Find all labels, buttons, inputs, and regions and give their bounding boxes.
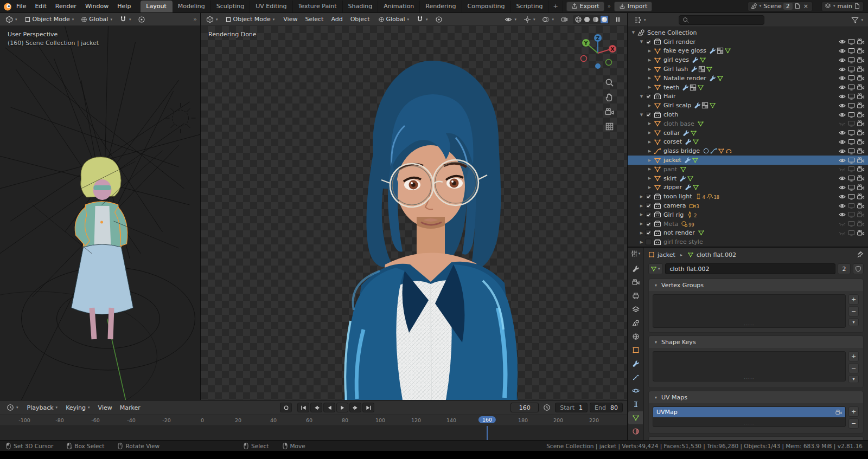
disable-in-renders-icon[interactable]: [857, 202, 865, 210]
properties-tab-world[interactable]: [628, 330, 643, 343]
outliner-row-teeth[interactable]: ▶teeth: [628, 83, 868, 92]
workspace-add-tab[interactable]: +: [548, 1, 563, 12]
outliner-row-pant[interactable]: ▶pant: [628, 165, 868, 174]
collection-checkbox[interactable]: [645, 93, 652, 100]
disable-in-viewports-icon[interactable]: [847, 220, 856, 228]
unlink-scene-icon[interactable]: ×: [802, 3, 809, 10]
list-uv-maps[interactable]: UVMap·····: [653, 406, 846, 427]
editor-type-button[interactable]: ▾: [4, 403, 21, 412]
hide-in-viewport-icon[interactable]: [838, 83, 846, 91]
current-frame-field[interactable]: 160: [510, 403, 539, 412]
auto-keying-record-button[interactable]: [280, 403, 292, 412]
hide-in-viewport-icon[interactable]: [838, 229, 846, 237]
hide-in-viewport-icon[interactable]: [838, 165, 846, 173]
hide-in-viewport-icon[interactable]: [838, 220, 846, 228]
disable-in-viewports-icon[interactable]: [847, 93, 856, 100]
frame-end-field[interactable]: End 80: [590, 403, 623, 412]
outliner-item-name[interactable]: Hair: [663, 93, 676, 100]
hide-in-viewport-icon[interactable]: [838, 111, 846, 119]
breadcrumb-data-name[interactable]: cloth flat.002: [697, 251, 736, 258]
ruler-tick[interactable]: 220: [589, 417, 599, 423]
remove-shape-keys-button[interactable]: −: [848, 363, 859, 373]
overlays-dropdown[interactable]: ▾: [540, 15, 557, 24]
outliner-item-name[interactable]: cloth base: [663, 120, 694, 127]
collection-checkbox[interactable]: [645, 111, 652, 118]
scene-users-count[interactable]: 2: [783, 3, 793, 10]
collection-checkbox[interactable]: [645, 221, 652, 228]
jump-to-start-button[interactable]: [297, 403, 309, 412]
outliner-row-girl-rig[interactable]: ▶Girl rig2: [628, 210, 868, 219]
xray-toggle[interactable]: [559, 15, 571, 24]
datablock-name-input[interactable]: cloth flat.002: [665, 263, 835, 274]
disable-in-viewports-icon[interactable]: [847, 165, 856, 173]
snap-toggle[interactable]: ▾: [414, 15, 431, 24]
users-count-button[interactable]: 2: [838, 263, 851, 274]
play-reverse-button[interactable]: [323, 403, 335, 412]
collapse-arrow-icon[interactable]: ▶: [646, 104, 653, 108]
disable-in-viewports-icon[interactable]: [847, 66, 856, 73]
previous-keyframe-button[interactable]: [310, 403, 322, 412]
outliner-row-natalie-render[interactable]: ▶Natalie render: [628, 74, 868, 83]
disable-in-renders-icon[interactable]: [857, 138, 865, 146]
outliner-item-name[interactable]: teeth: [663, 84, 679, 91]
viewlayer-selector[interactable]: ▾ main: [821, 2, 864, 11]
outliner-item-name[interactable]: zipper: [663, 184, 682, 191]
add-shape-keys-button[interactable]: +: [848, 351, 859, 361]
outliner-item-name[interactable]: toon light: [663, 193, 692, 200]
collapse-arrow-icon[interactable]: ▶: [646, 67, 653, 72]
outliner-row-girl-free-style[interactable]: ▶girl free style: [628, 237, 868, 247]
collapse-arrow-icon[interactable]: ▶: [638, 240, 645, 244]
new-scene-icon[interactable]: [794, 3, 801, 9]
menu-render[interactable]: Render: [51, 1, 81, 11]
hide-in-viewport-icon[interactable]: [838, 120, 846, 127]
outliner-item-name[interactable]: girl free style: [663, 238, 703, 245]
workspace-tab-sculpting[interactable]: Sculpting: [211, 1, 250, 12]
disable-in-renders-icon[interactable]: [857, 111, 865, 119]
list-vertex-groups[interactable]: ·····: [653, 294, 846, 328]
blender-logo-icon[interactable]: [3, 2, 12, 11]
hide-in-viewport-icon[interactable]: [838, 74, 846, 82]
list-resize-grip[interactable]: ·····: [744, 377, 754, 381]
snap-toggle[interactable]: ▾: [117, 15, 134, 24]
disable-in-renders-icon[interactable]: [857, 220, 865, 228]
disable-in-viewports-icon[interactable]: [847, 138, 856, 146]
ruler-tick[interactable]: 120: [411, 417, 421, 423]
viewport-menu-select[interactable]: Select: [301, 15, 327, 24]
viewport-menu-view[interactable]: View: [279, 15, 301, 24]
outliner-item-name[interactable]: Girl render: [663, 38, 695, 46]
new-viewlayer-icon[interactable]: [854, 3, 860, 9]
collapse-arrow-icon[interactable]: ▶: [646, 58, 653, 62]
ruler-tick[interactable]: -80: [55, 417, 64, 423]
outliner-row-girl-lash[interactable]: ▶Girl lash: [628, 64, 868, 74]
menu-edit[interactable]: Edit: [30, 1, 50, 11]
hide-in-viewport-icon[interactable]: [838, 193, 846, 201]
outliner-row-meta[interactable]: ▶Meta99: [628, 219, 868, 229]
disable-in-renders-icon[interactable]: [857, 147, 865, 155]
outliner-row-collar[interactable]: ▶collar: [628, 128, 868, 138]
disable-in-viewports-icon[interactable]: [847, 193, 856, 201]
properties-tab-render[interactable]: [628, 276, 643, 289]
ruler-tick[interactable]: 180: [518, 417, 528, 423]
timeline-menu-view[interactable]: View: [94, 403, 116, 412]
gizmos-dropdown[interactable]: ▾: [521, 15, 538, 24]
disable-in-renders-icon[interactable]: [857, 229, 865, 237]
frame-start-field[interactable]: Start 1: [555, 403, 588, 412]
workspace-tab-layout[interactable]: Layout: [141, 1, 172, 12]
expand-arrow-icon[interactable]: ▼: [630, 30, 637, 35]
collapse-arrow-icon[interactable]: ▶: [638, 212, 645, 217]
properties-tab-tool[interactable]: [628, 262, 643, 275]
ruler-tick[interactable]: -100: [18, 417, 30, 423]
hide-in-viewport-icon[interactable]: [838, 174, 846, 182]
datablock-selector-button[interactable]: ▾: [648, 263, 663, 274]
disable-in-renders-icon[interactable]: [857, 47, 865, 55]
collection-checkbox[interactable]: [645, 38, 652, 46]
current-frame-indicator[interactable]: 160: [478, 416, 496, 423]
properties-tab-output[interactable]: [628, 289, 643, 302]
outliner-item-name[interactable]: corset: [663, 138, 682, 145]
proportional-edit-toggle[interactable]: [136, 15, 148, 24]
hide-in-viewport-icon[interactable]: [838, 202, 846, 210]
disable-in-viewports-icon[interactable]: [847, 211, 856, 218]
properties-tab-data[interactable]: [628, 411, 643, 424]
timeline-track[interactable]: [0, 426, 627, 440]
collapse-arrow-icon[interactable]: ▶: [646, 121, 653, 126]
